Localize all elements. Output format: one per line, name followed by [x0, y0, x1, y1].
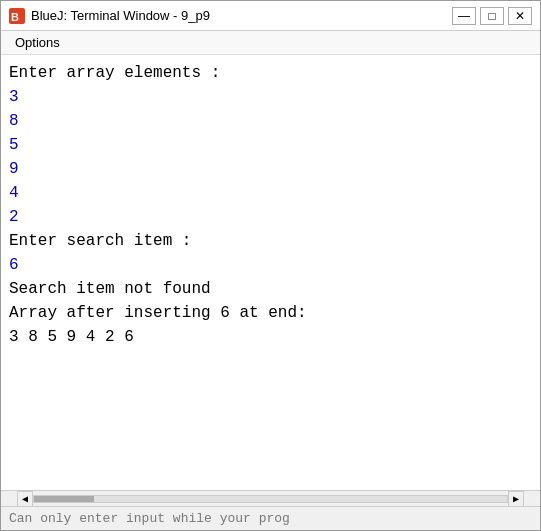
title-bar-left: B BlueJ: Terminal Window - 9_p9	[9, 8, 210, 24]
terminal-line-array-after: Array after inserting 6 at end:	[9, 301, 532, 325]
scroll-right-button[interactable]: ▶	[508, 491, 524, 507]
terminal-window: B BlueJ: Terminal Window - 9_p9 — □ ✕ Op…	[0, 0, 541, 531]
scrollbar-thumb[interactable]	[34, 496, 94, 502]
terminal-line-result: 3 8 5 9 4 2 6	[9, 325, 532, 349]
terminal-area: Enter array elements : 3 8 5 9 4 2 Enter…	[1, 55, 540, 490]
terminal-line-2: 2	[9, 205, 532, 229]
menu-bar: Options	[1, 31, 540, 55]
close-button[interactable]: ✕	[508, 7, 532, 25]
terminal-line-not-found: Search item not found	[9, 277, 532, 301]
title-bar-controls: — □ ✕	[452, 7, 532, 25]
window-title: BlueJ: Terminal Window - 9_p9	[31, 8, 210, 23]
scroll-left-button[interactable]: ◀	[17, 491, 33, 507]
terminal-line-9: 9	[9, 157, 532, 181]
terminal-line-3: 3	[9, 85, 532, 109]
status-text: Can only enter input while your prog	[9, 511, 290, 526]
title-bar: B BlueJ: Terminal Window - 9_p9 — □ ✕	[1, 1, 540, 31]
terminal-line-4: 4	[9, 181, 532, 205]
terminal-line-enter-search: Enter search item :	[9, 229, 532, 253]
svg-text:B: B	[11, 11, 19, 23]
terminal-line-5: 5	[9, 133, 532, 157]
bluej-icon: B	[9, 8, 25, 24]
terminal-line-6-input: 6	[9, 253, 532, 277]
minimize-button[interactable]: —	[452, 7, 476, 25]
status-bar: Can only enter input while your prog	[1, 506, 540, 530]
scrollbar-area: ◀ ▶	[1, 490, 540, 506]
scrollbar-track[interactable]	[33, 495, 508, 503]
options-menu[interactable]: Options	[9, 33, 66, 52]
terminal-line-enter-array: Enter array elements :	[9, 61, 532, 85]
terminal-line-8: 8	[9, 109, 532, 133]
maximize-button[interactable]: □	[480, 7, 504, 25]
